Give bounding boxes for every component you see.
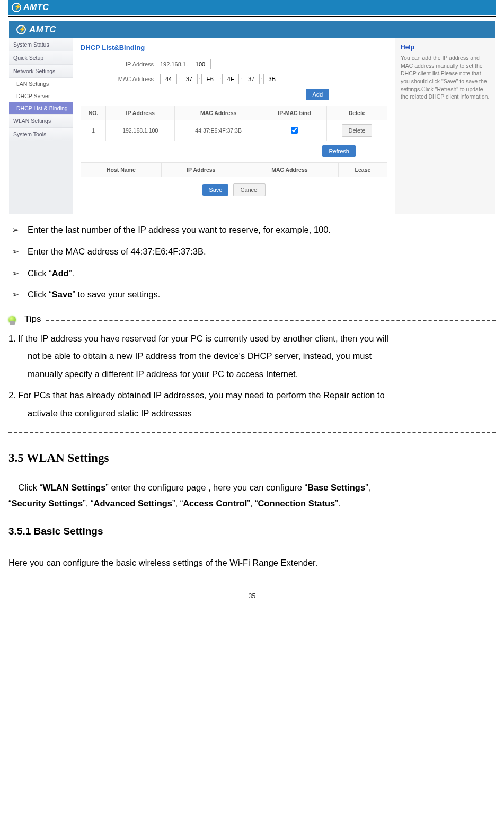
brand-text: AMTC [23, 3, 49, 12]
subsection-heading: 3.5.1 Basic Settings [8, 524, 496, 539]
wlan-paragraph: Click “WLAN Settings” enter the configur… [8, 480, 496, 511]
col-ip: IP Address [106, 106, 175, 120]
cell-ip: 192.168.1.100 [106, 120, 175, 141]
mac-address-label: MAC Address [81, 76, 160, 82]
bullet-arrow-icon: ➢ [12, 288, 28, 301]
mac-input-2[interactable] [181, 74, 198, 84]
table-row: 1 192.168.1.100 44:37:E6:4F:37:3B Delete [81, 120, 387, 141]
bind-checkbox[interactable] [291, 127, 298, 134]
col-lease: Lease [338, 163, 387, 177]
main-panel: DHCP List&Binding IP Address 192.168.1. … [73, 38, 395, 214]
brand-icon [12, 3, 21, 12]
ip-address-label: IP Address [81, 61, 160, 67]
bullet-text: Enter the last number of the IP address … [28, 223, 331, 237]
sidebar-item-network-settings[interactable]: Network Settings [9, 65, 73, 78]
panel-title: DHCP List&Binding [81, 43, 387, 51]
tip-paragraph-2: 2. For PCs that has already obtained IP … [8, 387, 496, 423]
bullet-text: Click “Save” to save your settings. [28, 288, 160, 301]
sidebar-item-dhcp-list-binding[interactable]: DHCP List & Binding [9, 102, 73, 115]
dashed-line [46, 320, 496, 321]
col-mac: MAC Address [175, 106, 262, 120]
tips-label: Tips [24, 312, 41, 326]
refresh-button[interactable]: Refresh [322, 145, 356, 157]
mac-input-3[interactable] [201, 74, 218, 84]
mac-input-6[interactable] [263, 74, 280, 84]
help-title: Help [401, 43, 490, 51]
tip-paragraph-1: 1. If the IP address you have reserved f… [8, 330, 496, 383]
cell-mac: 44:37:E6:4F:37:3B [175, 120, 262, 141]
bullet-text: Click “Add”. [28, 267, 74, 280]
sidebar-item-wlan-settings[interactable]: WLAN Settings [9, 115, 73, 128]
sidebar-item-lan-settings[interactable]: LAN Settings [9, 78, 73, 90]
cell-no: 1 [81, 120, 106, 141]
col-mac2: MAC Address [241, 163, 338, 177]
help-text: You can add the IP address and MAC addre… [401, 54, 490, 101]
basic-settings-text: Here you can configure the basic wireles… [8, 555, 496, 571]
bullet-arrow-icon: ➢ [12, 223, 28, 237]
bullet-arrow-icon: ➢ [12, 245, 28, 258]
help-panel: Help You can add the IP address and MAC … [395, 38, 495, 214]
ip-last-octet-input[interactable] [190, 59, 211, 69]
mac-input-1[interactable] [160, 74, 177, 84]
sidebar-item-dhcp-server[interactable]: DHCP Server [9, 90, 73, 102]
sidebar-item-quick-setup[interactable]: Quick Setup [9, 51, 73, 65]
col-bind: IP-MAC bind [262, 106, 327, 120]
screenshot-container: AMTC System Status Quick Setup Network S… [8, 21, 496, 215]
col-ip2: IP Address [161, 163, 241, 177]
save-button[interactable]: Save [202, 184, 228, 196]
section-heading: 3.5 WLAN Settings [8, 449, 496, 468]
horizontal-rule [8, 16, 496, 17]
dashed-separator [8, 432, 496, 433]
lease-table: Host Name IP Address MAC Address Lease [81, 162, 387, 177]
brand-bar: AMTC [8, 0, 496, 15]
sidebar-item-system-tools[interactable]: System Tools [9, 128, 73, 141]
app-logo-text: AMTC [29, 24, 56, 35]
cancel-button[interactable]: Cancel [233, 183, 265, 196]
bullet-arrow-icon: ➢ [12, 267, 28, 280]
add-button[interactable]: Add [306, 89, 329, 100]
col-no: NO. [81, 106, 106, 120]
binding-table: NO. IP Address MAC Address IP-MAC bind D… [81, 106, 387, 141]
app-logo-icon [16, 25, 26, 34]
sidebar: System Status Quick Setup Network Settin… [9, 38, 73, 214]
delete-button[interactable]: Delete [342, 124, 373, 137]
bullet-text: Enter the MAC address of 44:37:E6:4F:37:… [28, 245, 206, 258]
document-body: ➢Enter the last number of the IP address… [8, 223, 496, 571]
lightbulb-base-icon [10, 321, 15, 325]
mac-input-5[interactable] [243, 74, 260, 84]
page-number: 35 [8, 592, 496, 600]
col-host: Host Name [81, 163, 162, 177]
mac-input-4[interactable] [222, 74, 239, 84]
ip-prefix: 192.168.1. [160, 61, 188, 67]
col-delete: Delete [326, 106, 387, 120]
sidebar-item-system-status[interactable]: System Status [9, 38, 73, 51]
app-header: AMTC [9, 21, 495, 38]
